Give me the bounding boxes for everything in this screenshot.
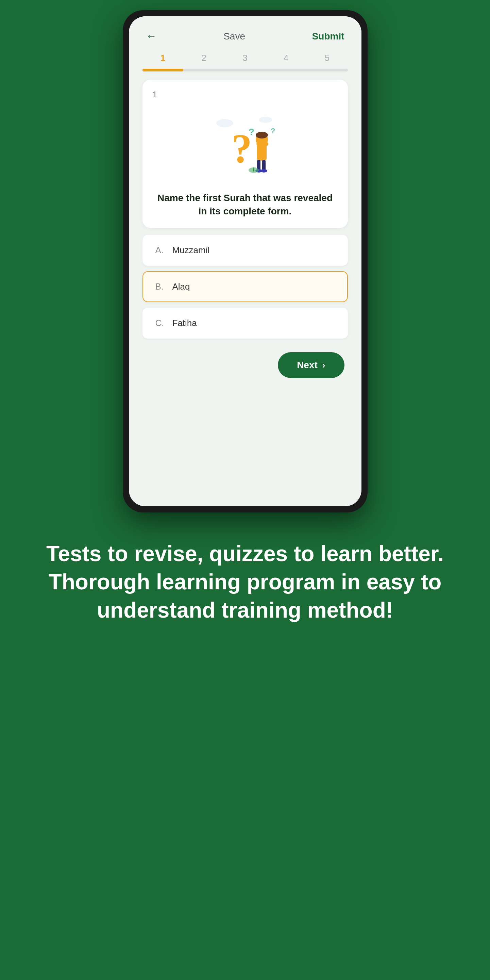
step-2[interactable]: 2 bbox=[183, 53, 224, 63]
option-a-letter: A. bbox=[155, 245, 166, 256]
save-button[interactable]: Save bbox=[224, 31, 245, 42]
next-chevron-icon: › bbox=[322, 360, 325, 371]
step-1[interactable]: 1 bbox=[143, 53, 184, 63]
question-card: 1 ? bbox=[143, 80, 348, 228]
next-button[interactable]: Next › bbox=[278, 352, 344, 378]
svg-rect-6 bbox=[256, 142, 268, 146]
step-5[interactable]: 5 bbox=[307, 53, 348, 63]
next-label: Next bbox=[297, 360, 317, 371]
screen-content: ← Save Submit 1 2 3 4 5 1 bbox=[129, 16, 362, 398]
progress-fill bbox=[143, 69, 184, 72]
svg-text:?: ? bbox=[249, 127, 254, 137]
phone-screen: ← Save Submit 1 2 3 4 5 1 bbox=[129, 16, 362, 506]
bottom-tagline: Tests to revise, quizzes to learn better… bbox=[34, 540, 456, 625]
option-c[interactable]: C. Fatiha bbox=[143, 308, 348, 339]
svg-rect-3 bbox=[257, 143, 266, 161]
svg-point-10 bbox=[260, 169, 267, 172]
phone-wrapper: ← Save Submit 1 2 3 4 5 1 bbox=[113, 10, 378, 512]
svg-point-1 bbox=[259, 117, 273, 123]
option-c-letter: C. bbox=[155, 318, 166, 328]
option-b-text: Alaq bbox=[173, 282, 190, 292]
option-b[interactable]: B. Alaq bbox=[143, 271, 348, 302]
step-3[interactable]: 3 bbox=[224, 53, 266, 63]
svg-text:?: ? bbox=[271, 127, 275, 135]
question-text: Name the first Surah that was revealed i… bbox=[153, 191, 338, 218]
question-number: 1 bbox=[153, 90, 338, 99]
steps-row: 1 2 3 4 5 bbox=[129, 49, 362, 63]
question-illustration: ? bbox=[153, 106, 338, 181]
next-btn-row: Next › bbox=[129, 339, 362, 398]
phone-frame: ← Save Submit 1 2 3 4 5 1 bbox=[123, 10, 368, 512]
svg-rect-12 bbox=[253, 167, 254, 172]
submit-button[interactable]: Submit bbox=[312, 31, 344, 42]
option-a-text: Muzzamil bbox=[173, 245, 210, 256]
option-b-letter: B. bbox=[155, 282, 166, 292]
progress-bar bbox=[143, 69, 348, 72]
back-button[interactable]: ← bbox=[146, 30, 157, 43]
option-a[interactable]: A. Muzzamil bbox=[143, 235, 348, 266]
svg-point-5 bbox=[256, 132, 268, 138]
top-bar: ← Save Submit bbox=[129, 16, 362, 49]
option-c-text: Fatiha bbox=[173, 318, 197, 328]
bottom-text-section: Tests to revise, quizzes to learn better… bbox=[0, 512, 490, 659]
svg-point-0 bbox=[216, 119, 233, 127]
svg-rect-8 bbox=[262, 160, 266, 170]
options-list: A. Muzzamil B. Alaq C. Fatiha bbox=[143, 235, 348, 339]
step-4[interactable]: 4 bbox=[266, 53, 307, 63]
